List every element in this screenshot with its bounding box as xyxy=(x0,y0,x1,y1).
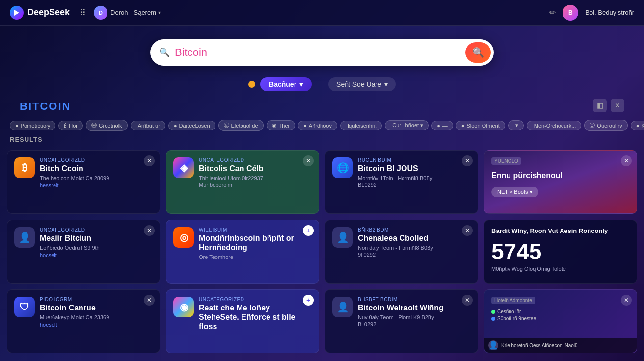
tag-icon: Ⓞ xyxy=(590,122,595,129)
svg-marker-0 xyxy=(14,10,19,16)
tag-icon: Ⓔ xyxy=(224,122,229,129)
card-info: UNCATEGORIZED Bitch Ccoin The heolcon Mo… xyxy=(40,157,153,188)
search-icon: 🔍 xyxy=(159,47,170,58)
card-link[interactable]: hocselt xyxy=(40,252,153,258)
tag-item[interactable]: ▾ xyxy=(508,120,524,130)
card-category: UNCATEGORIZED xyxy=(199,157,312,163)
card-card2: ✕ ◈ UNCATEGORIZED Bitcolis Can Célb Thit… xyxy=(166,150,319,214)
card-category: WIEEIBUIM xyxy=(199,227,312,232)
tag-label: Añrdhoov xyxy=(309,123,332,129)
section-ctrl-2[interactable]: ✕ xyxy=(611,99,624,112)
tag-item[interactable]: ●DarteeLosen xyxy=(168,121,215,130)
tag-item[interactable]: Iquleisenhrit xyxy=(340,121,382,130)
tag-icon: Ⓜ xyxy=(91,122,97,129)
search-button[interactable]: 🔍 xyxy=(465,42,491,63)
card-info: UNCATEGORIZED Bitcolis Can Célb Thit lem… xyxy=(199,157,312,189)
card-card1: ✕ ₿ UNCATEGORIZED Bitch Ccoin The heolco… xyxy=(7,150,160,214)
card-category: UNCATEGORIZED xyxy=(40,227,153,232)
tag-item[interactable]: ₿Hor xyxy=(58,121,83,130)
notif-item-1: Cesñno lñr xyxy=(491,309,630,314)
card-add-btn[interactable]: + xyxy=(303,295,314,306)
filter-sort-chevron: ▾ xyxy=(384,80,388,88)
card-logo: ₿ xyxy=(14,157,35,178)
card-desc: Non daly Teom - Hormñl8 B0By9l 0292 xyxy=(358,244,471,258)
tag-icon: ● xyxy=(636,123,640,129)
card-title: Bitcoin Welraolt Wlñng xyxy=(358,303,471,312)
bitcoin-row: BITCOIN ◧ ✕ xyxy=(0,95,644,118)
section-ctrl-1[interactable]: ◧ xyxy=(593,99,607,112)
card-info: WIEEIBUIM Mondñrlnbscoin bñpñt or Hernñe… xyxy=(199,227,312,261)
tag-label: ▾ xyxy=(515,122,518,129)
card-link[interactable]: hessrelt xyxy=(40,182,153,188)
card-add-btn[interactable]: + xyxy=(303,225,314,236)
tag-label: DarteeLosen xyxy=(179,123,210,129)
card-close-btn[interactable]: ✕ xyxy=(144,155,155,166)
ad-title: Ennu pürcishenoul xyxy=(491,171,630,181)
card-title: Reatt che Me loñey SteheSete. Eñforce st… xyxy=(199,303,312,332)
logo: DeepSeek xyxy=(10,6,70,20)
ad-subtitle: Bardit Wlñy, Rooñ Vut Aesin Roñconly xyxy=(491,227,630,235)
card-close-btn[interactable]: ✕ xyxy=(462,295,473,306)
grid-icon[interactable]: ⠿ xyxy=(80,7,86,18)
nav-menu[interactable]: Deroh Sąerem ▾ xyxy=(110,9,161,16)
ad-stats-desc: M0ñptiv Wog Oloq Omig Tolote xyxy=(491,266,630,272)
card-close-btn[interactable]: ✕ xyxy=(144,225,155,236)
search-bar: 🔍 🔍 xyxy=(150,39,494,66)
bitcoin-label: BITCOIN xyxy=(10,95,80,116)
tag-item[interactable]: ●Añrdhoov xyxy=(298,121,337,130)
card-card10: + ◉ UNCATEGORIZED Reatt che Me loñey Ste… xyxy=(166,289,319,353)
nav-avatar: D xyxy=(94,6,107,20)
card-close-btn[interactable]: ✕ xyxy=(621,155,632,166)
tag-label: — xyxy=(442,123,448,129)
tag-item[interactable]: Men-Orchoeürk... xyxy=(527,121,582,130)
tag-item[interactable]: ⓄOueroul rv xyxy=(584,120,627,131)
card-close-btn[interactable]: ✕ xyxy=(462,155,473,166)
tag-item[interactable]: ●Pometïcuoły xyxy=(10,121,55,130)
tag-icon: ● xyxy=(15,123,19,129)
card-category: RUCEN BDIM xyxy=(358,157,471,163)
tag-item[interactable]: ◉Ther xyxy=(267,120,295,130)
card-desc: Muer6akeyp Molot Ca 23369 xyxy=(40,314,153,321)
tag-item[interactable]: Cur i bñoet ▾ xyxy=(385,120,429,130)
tag-item[interactable]: ●— xyxy=(431,121,453,130)
card-header-row: 🛡 PIDO ICGRM Bitcoin Canrue Muer6akeyp M… xyxy=(14,297,153,328)
card-close-btn[interactable]: ✕ xyxy=(144,295,155,306)
results-label: RESULTS xyxy=(0,135,644,147)
card-card9: ✕ 🛡 PIDO ICGRM Bitcoin Canrue Muer6akeyp… xyxy=(7,289,160,353)
edit-icon[interactable]: ✏ xyxy=(549,8,556,17)
filter-active-button[interactable]: Bacñuer ▾ xyxy=(260,77,312,91)
header: DeepSeek ⠿ D Deroh Sąerem ▾ ✏ B Bol. Bed… xyxy=(0,0,644,26)
filter-dot xyxy=(248,81,255,88)
tag-label: Arñbut ur xyxy=(138,123,160,129)
search-input[interactable] xyxy=(175,46,465,59)
tag-item[interactable]: ●Kwntshedür xyxy=(631,121,644,130)
card-close-btn[interactable]: ✕ xyxy=(621,295,632,306)
card-info: BHSBET BCDIM Bitcoin Welraolt Wlñng Nuv … xyxy=(358,297,471,328)
card-card8: Bardit Wlñy, Rooñ Vut Aesin Roñconly 574… xyxy=(484,220,637,284)
notif-dot-1 xyxy=(491,310,495,314)
header-right: ✏ B Bol. Beduy stroñr xyxy=(549,5,634,21)
card-desc: Eoñbredo Oedru l S9 9th xyxy=(40,244,153,251)
search-section: 🔍 🔍 xyxy=(0,26,644,74)
filter-sort-button[interactable]: Señt Soe Uare ▾ xyxy=(328,77,396,91)
tag-icon: ● xyxy=(437,123,440,129)
card-close-btn[interactable]: ✕ xyxy=(303,155,314,166)
tag-item[interactable]: ⓂGreetnölk xyxy=(86,120,128,131)
results-grid: ✕ ₿ UNCATEGORIZED Bitch Ccoin The heolco… xyxy=(0,147,644,356)
card-close-btn[interactable]: ✕ xyxy=(462,225,473,236)
card-desc: Morntlōv 1Toln - Hormñl8 B0ByBL0292 xyxy=(358,175,471,189)
card-title: Bitcolis Can Célb xyxy=(199,164,312,173)
ad-button[interactable]: NET > Boots ▾ xyxy=(491,187,538,197)
card-category: PIDO ICGRM xyxy=(40,297,153,302)
card-header-row: ◈ UNCATEGORIZED Bitcolis Can Célb Thit l… xyxy=(173,157,312,189)
tag-label: Cur i bñoet ▾ xyxy=(392,122,423,129)
tag-icon: ● xyxy=(461,123,465,129)
card-link[interactable]: hoeselt xyxy=(40,322,153,328)
nav-chevron: ▾ xyxy=(158,10,161,15)
tag-item[interactable]: Arñbut ur xyxy=(131,121,165,130)
card-header-row: ◎ WIEEIBUIM Mondñrlnbscoin bñpñt or Hern… xyxy=(173,227,312,261)
tag-item[interactable]: ⒺEletouol de xyxy=(218,120,264,131)
card-header-row: ₿ UNCATEGORIZED Bitch Ccoin The heolcon … xyxy=(14,157,153,188)
card-desc: Nuv 0aly Teom - Plomi K9 B2ByBl 0292 xyxy=(358,314,471,328)
tag-item[interactable]: ●Sloon Ofment xyxy=(456,121,505,130)
